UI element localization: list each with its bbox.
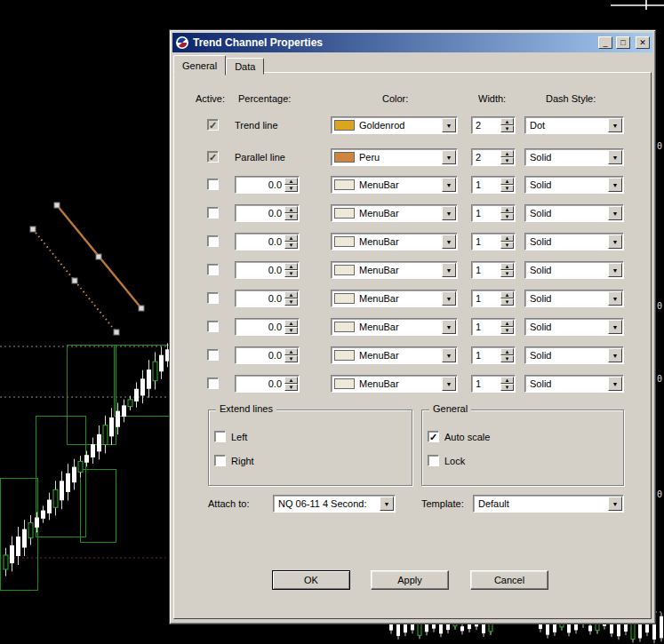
dropdown-arrow-button[interactable]: ▼ xyxy=(442,150,456,164)
spin-up-button[interactable]: ▲ xyxy=(500,206,514,213)
extend-right-checkbox[interactable] xyxy=(214,455,226,466)
spin-down-button[interactable]: ▼ xyxy=(500,384,514,391)
spin-up-button[interactable]: ▲ xyxy=(500,377,514,384)
active-checkbox[interactable] xyxy=(207,264,219,275)
spin-down-button[interactable]: ▼ xyxy=(500,298,514,306)
color-dropdown[interactable]: MenuBar ▼ xyxy=(331,233,458,250)
width-spinner[interactable]: 1 ▲ ▼ xyxy=(471,346,516,364)
spin-down-button[interactable]: ▼ xyxy=(500,213,514,220)
active-checkbox[interactable] xyxy=(207,207,219,219)
spin-up-button[interactable]: ▲ xyxy=(284,348,298,355)
spin-down-button[interactable]: ▼ xyxy=(284,298,298,306)
color-dropdown[interactable]: MenuBar ▼ xyxy=(331,290,458,307)
spin-down-button[interactable]: ▼ xyxy=(284,270,298,277)
percentage-spinner[interactable]: 0.0 ▲ ▼ xyxy=(235,346,300,364)
spin-down-button[interactable]: ▼ xyxy=(284,213,298,220)
auto-scale-checkbox[interactable]: ✓ xyxy=(428,431,439,442)
dropdown-arrow-button[interactable]: ▼ xyxy=(442,320,456,334)
trend-handle[interactable] xyxy=(139,306,144,311)
dropdown-arrow-button[interactable]: ▼ xyxy=(608,263,622,277)
trend-handle[interactable] xyxy=(30,227,36,232)
ok-button[interactable]: OK xyxy=(272,570,350,590)
tab-general[interactable]: General xyxy=(173,55,226,76)
spin-up-button[interactable]: ▲ xyxy=(500,150,514,157)
percentage-spinner[interactable]: 0.0 ▲ ▼ xyxy=(235,375,300,393)
percentage-spinner[interactable]: 0.0 ▲ ▼ xyxy=(235,318,300,336)
width-spinner[interactable]: 1 ▲ ▼ xyxy=(471,261,516,279)
dropdown-arrow-button[interactable]: ▼ xyxy=(608,235,622,249)
active-checkbox[interactable] xyxy=(207,349,219,361)
percentage-spinner[interactable]: 0.0 ▲ ▼ xyxy=(235,204,300,222)
active-checkbox[interactable] xyxy=(207,179,219,190)
spin-down-button[interactable]: ▼ xyxy=(500,270,514,277)
dropdown-arrow-button[interactable]: ▼ xyxy=(608,178,622,192)
dropdown-arrow-button[interactable]: ▼ xyxy=(380,497,394,511)
trend-handle[interactable] xyxy=(114,330,119,335)
color-dropdown[interactable]: MenuBar ▼ xyxy=(331,346,458,364)
template-dropdown[interactable]: Default ▼ xyxy=(473,495,624,513)
spin-up-button[interactable]: ▲ xyxy=(500,348,514,355)
spin-up-button[interactable]: ▲ xyxy=(284,320,298,327)
active-checkbox[interactable] xyxy=(207,235,219,247)
dropdown-arrow-button[interactable]: ▼ xyxy=(442,377,456,391)
dropdown-arrow-button[interactable]: ▼ xyxy=(442,118,456,132)
spin-up-button[interactable]: ▲ xyxy=(284,377,298,384)
percentage-spinner[interactable]: 0.0 ▲ ▼ xyxy=(235,261,300,279)
dropdown-arrow-button[interactable]: ▼ xyxy=(442,291,456,306)
spin-down-button[interactable]: ▼ xyxy=(500,242,514,249)
dash-style-dropdown[interactable]: Solid ▼ xyxy=(524,318,624,336)
spin-up-button[interactable]: ▲ xyxy=(284,235,298,242)
dropdown-arrow-button[interactable]: ▼ xyxy=(442,263,456,277)
trend-handle[interactable] xyxy=(72,278,77,283)
spin-up-button[interactable]: ▲ xyxy=(500,320,514,327)
apply-button[interactable]: Apply xyxy=(371,570,449,590)
width-spinner[interactable]: 2 ▲ ▼ xyxy=(471,148,516,166)
spin-up-button[interactable]: ▲ xyxy=(500,263,514,270)
spin-down-button[interactable]: ▼ xyxy=(284,242,298,249)
dropdown-arrow-button[interactable]: ▼ xyxy=(608,377,622,391)
dropdown-arrow-button[interactable]: ▼ xyxy=(608,497,622,511)
spin-up-button[interactable]: ▲ xyxy=(284,206,298,213)
active-checkbox[interactable] xyxy=(207,378,219,389)
color-dropdown[interactable]: Peru ▼ xyxy=(331,148,458,166)
trend-handle[interactable] xyxy=(54,203,60,208)
spin-up-button[interactable]: ▲ xyxy=(284,178,298,185)
minimize-button[interactable]: _ xyxy=(598,36,612,49)
dash-style-dropdown[interactable]: Solid ▼ xyxy=(524,204,624,222)
percentage-spinner[interactable]: 0.0 ▲ ▼ xyxy=(235,233,300,250)
dropdown-arrow-button[interactable]: ▼ xyxy=(608,206,622,220)
dropdown-arrow-button[interactable]: ▼ xyxy=(608,150,622,164)
width-spinner[interactable]: 1 ▲ ▼ xyxy=(471,204,516,222)
width-spinner[interactable]: 1 ▲ ▼ xyxy=(471,290,516,307)
spin-up-button[interactable]: ▲ xyxy=(500,291,514,298)
dash-style-dropdown[interactable]: Solid ▼ xyxy=(524,148,624,166)
cancel-button[interactable]: Cancel xyxy=(470,570,548,590)
dialog-titlebar[interactable]: Trend Channel Properties _ □ ✕ xyxy=(172,33,652,52)
active-checkbox[interactable]: ✓ xyxy=(207,119,219,131)
dash-style-dropdown[interactable]: Solid ▼ xyxy=(524,375,624,393)
spin-down-button[interactable]: ▼ xyxy=(284,185,298,192)
dropdown-arrow-button[interactable]: ▼ xyxy=(442,348,456,362)
color-dropdown[interactable]: MenuBar ▼ xyxy=(331,176,458,194)
close-button[interactable]: ✕ xyxy=(636,36,650,49)
attach-to-dropdown[interactable]: NQ 06-11 4 Second: ▼ xyxy=(273,495,396,513)
percentage-spinner[interactable]: 0.0 ▲ ▼ xyxy=(235,290,300,307)
width-spinner[interactable]: 1 ▲ ▼ xyxy=(471,375,516,393)
dash-style-dropdown[interactable]: Solid ▼ xyxy=(524,176,624,194)
dropdown-arrow-button[interactable]: ▼ xyxy=(442,206,456,220)
spin-down-button[interactable]: ▼ xyxy=(500,157,514,164)
spin-down-button[interactable]: ▼ xyxy=(500,327,514,334)
width-spinner[interactable]: 2 ▲ ▼ xyxy=(471,116,516,134)
width-spinner[interactable]: 1 ▲ ▼ xyxy=(471,318,516,336)
spin-down-button[interactable]: ▼ xyxy=(284,327,298,334)
spin-down-button[interactable]: ▼ xyxy=(284,355,298,362)
active-checkbox[interactable]: ✓ xyxy=(207,151,219,163)
spin-down-button[interactable]: ▼ xyxy=(500,125,514,132)
color-dropdown[interactable]: MenuBar ▼ xyxy=(331,261,458,279)
trend-handle[interactable] xyxy=(96,254,101,259)
color-dropdown[interactable]: MenuBar ▼ xyxy=(331,204,458,222)
width-spinner[interactable]: 1 ▲ ▼ xyxy=(471,176,516,194)
spin-up-button[interactable]: ▲ xyxy=(500,118,514,125)
spin-down-button[interactable]: ▼ xyxy=(500,185,514,192)
extend-left-checkbox[interactable] xyxy=(214,431,226,442)
